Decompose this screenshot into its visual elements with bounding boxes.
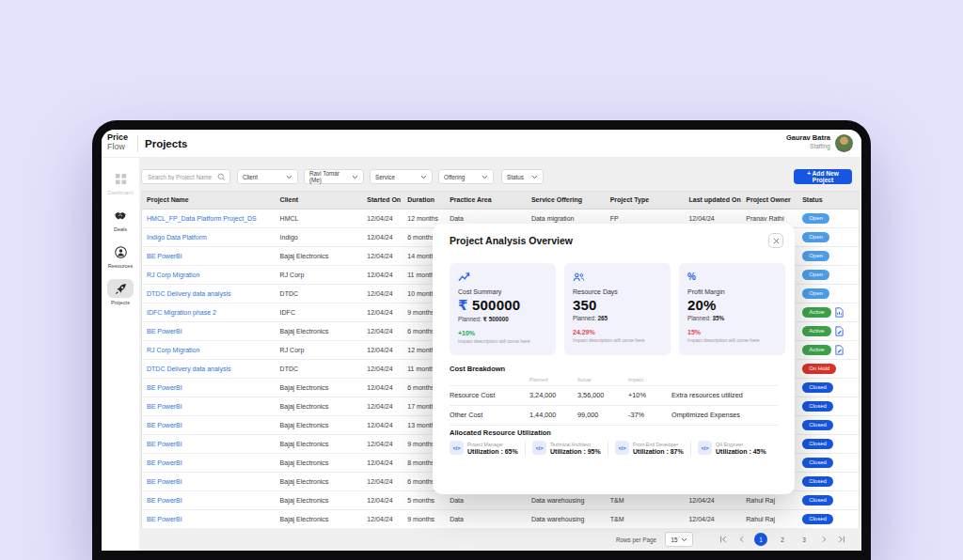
project-name-link[interactable]: HMCL_FP_Data Platform Project_DS <box>147 215 257 222</box>
cell-started-on: 12/04/24 <box>362 303 403 321</box>
cell-project-name: BE PowerBI <box>142 247 276 265</box>
sidebar-item-resources[interactable]: Resources <box>107 242 134 269</box>
chevron-down-icon <box>286 175 292 179</box>
cell-client: Bajaj Electronics <box>276 454 363 472</box>
project-name-link[interactable]: BE PowerBI <box>147 328 182 334</box>
project-name-link[interactable]: BE PowerBI <box>147 516 182 522</box>
cell-status: Closed <box>797 416 859 434</box>
search-input[interactable] <box>146 173 215 181</box>
filter-dropdown-service[interactable]: Service <box>370 169 433 184</box>
page-number-3[interactable]: 3 <box>797 533 811 546</box>
stat-card-note: Impact description will come here <box>458 338 547 344</box>
stat-card-note: Impact description will come here <box>573 337 662 343</box>
filter-dropdown-label: Ravi Tomar (Me) <box>309 170 352 183</box>
filter-dropdown-status[interactable]: Status <box>501 169 544 184</box>
first-page-button[interactable] <box>718 533 728 546</box>
grid-icon <box>115 173 127 185</box>
header-divider <box>137 135 138 152</box>
cell-project-name: BE PowerBI <box>142 397 276 415</box>
last-page-button[interactable] <box>837 533 846 546</box>
brand-logo[interactable]: Price Flow <box>107 133 128 151</box>
sidebar-item-deals[interactable]: Deals <box>107 206 134 232</box>
breakdown-header-impact: Impact <box>628 375 671 385</box>
breakdown-header-actual: Actual <box>577 375 628 385</box>
page-title: Projects <box>145 130 187 158</box>
cell-started-on: 12/04/24 <box>362 266 403 284</box>
sidebar-item-dashboard[interactable]: Dashboard <box>107 169 134 195</box>
project-name-link[interactable]: RJ Corp Migration <box>147 272 199 278</box>
cell-started-on: 12/04/24 <box>362 397 403 415</box>
project-name-link[interactable]: BE PowerBI <box>147 478 182 485</box>
cell-client: Bajaj Electronics <box>276 510 363 528</box>
filter-dropdown-label: Service <box>375 174 395 180</box>
cell-status: Active <box>797 341 859 359</box>
rocket-icon <box>115 283 127 295</box>
doc-edit-icon[interactable] <box>835 345 844 355</box>
project-name-link[interactable]: DTDC Delivery data analysis <box>147 366 230 372</box>
project-name-link[interactable]: BE PowerBI <box>147 403 182 410</box>
status-badge: Closed <box>802 476 833 487</box>
app-window: Price Flow Projects Gaurav Batra Staffin… <box>102 130 861 551</box>
filter-dropdown-offering[interactable]: Offering <box>438 169 494 184</box>
table-row[interactable]: BE PowerBI Bajaj Electronics 12/04/24 5 … <box>142 491 859 510</box>
breakdown-note: Extra resources utilized <box>671 385 778 405</box>
cell-status: Closed <box>797 491 859 509</box>
add-new-project-button[interactable]: + Add New Project <box>794 169 852 184</box>
status-badge: Open <box>802 251 829 261</box>
project-name-link[interactable]: RJ Corp Migration <box>147 347 199 353</box>
project-name-link[interactable]: BE PowerBI <box>147 441 182 447</box>
breakdown-impact-value: +10% <box>628 385 671 405</box>
page-number-1[interactable]: 1 <box>754 533 767 546</box>
doc-chart-icon[interactable] <box>835 307 844 318</box>
stat-cards: Cost Summary ₹ 500000 Planned: ₹ 500000 … <box>450 263 785 355</box>
chevron-down-icon <box>420 175 427 179</box>
status-badge: Open <box>802 232 829 242</box>
stat-card: Resource Days 350 Planned: 265 24.29% Im… <box>564 263 671 355</box>
status-badge: Open <box>802 288 829 299</box>
project-name-link[interactable]: BE PowerBI <box>147 384 182 391</box>
status-badge: Closed <box>802 420 833 430</box>
project-name-link[interactable]: DTDC Delivery data analysis <box>147 290 230 297</box>
cell-started-on: 12/04/24 <box>362 360 403 378</box>
filter-dropdown-label: Status <box>507 174 524 180</box>
breakdown-planned-value: 3,24,000 <box>529 385 577 405</box>
rows-per-page-select[interactable]: 15 <box>665 532 693 547</box>
status-badge: Closed <box>802 458 833 468</box>
status-badge: Closed <box>802 495 833 506</box>
breakdown-row-label: Other Cost <box>450 405 529 426</box>
table-row[interactable]: BE PowerBI Bajaj Electronics 12/04/24 9 … <box>142 510 859 529</box>
project-name-link[interactable]: BE PowerBI <box>147 459 182 466</box>
column-header-service-offering: Service Offering <box>527 192 606 209</box>
filter-dropdown-client[interactable]: Client <box>237 169 298 184</box>
cell-client: Bajaj Electronics <box>276 473 363 490</box>
cell-status: Open <box>797 228 859 246</box>
project-name-link[interactable]: BE PowerBI <box>147 497 182 504</box>
handshake-icon <box>114 210 127 221</box>
cell-project-name: BE PowerBI <box>142 416 276 434</box>
sidebar-item-projects[interactable]: Projects <box>107 279 134 305</box>
project-name-link[interactable]: IDFC Migration phase 2 <box>147 309 216 316</box>
filter-dropdown-ravi-tomar-me[interactable]: Ravi Tomar (Me) <box>304 169 364 184</box>
project-name-link[interactable]: BE PowerBI <box>147 422 182 428</box>
cell-project-name: BE PowerBI <box>142 435 276 453</box>
sidebar-item-label: Resources <box>108 263 133 269</box>
filter-dropdown-label: Client <box>243 174 258 180</box>
search-input-wrapper[interactable] <box>141 169 230 184</box>
doc-edit-icon[interactable] <box>835 326 844 336</box>
stat-card-label: Profit Margin <box>687 288 777 295</box>
chevron-down-icon <box>531 175 538 179</box>
filter-dropdown-label: Offering <box>444 174 465 180</box>
desktop-background: Price Flow Projects Gaurav Batra Staffin… <box>0 0 963 560</box>
project-name-link[interactable]: BE PowerBI <box>147 253 182 259</box>
prev-page-button[interactable] <box>736 533 746 546</box>
page-number-2[interactable]: 2 <box>776 533 789 546</box>
cell-last-updated: 12/04/24 <box>684 510 741 528</box>
column-header-project-name: Project Name <box>142 192 276 209</box>
breakdown-actual-value: 99,000 <box>577 405 628 426</box>
breakdown-header-spacer <box>450 375 529 385</box>
avatar[interactable] <box>835 134 853 152</box>
cell-status: Open <box>797 247 859 265</box>
close-button[interactable] <box>768 233 783 248</box>
next-page-button[interactable] <box>819 533 829 546</box>
project-name-link[interactable]: Indigo Data Platform <box>147 234 207 241</box>
